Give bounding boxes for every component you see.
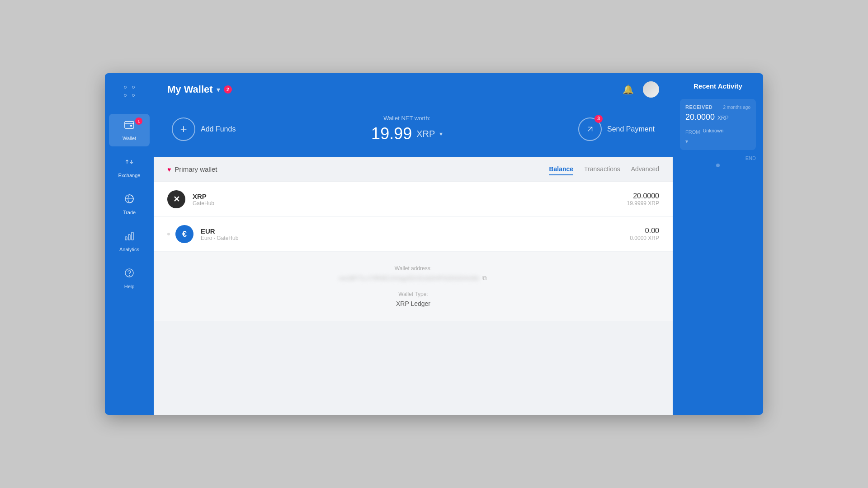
tab-transactions[interactable]: Transactions (584, 164, 620, 175)
activity-time: 2 months ago (723, 105, 750, 110)
svg-rect-4 (128, 235, 130, 240)
eur-dot (167, 233, 170, 235)
currency-list: ✕ XRP GateHub 20.0000 19.9999 XRP € (154, 182, 673, 252)
copy-icon[interactable]: ⧉ (482, 274, 487, 282)
currency-row-eur[interactable]: € EUR Euro · GateHub 0.00 0.0000 XRP (154, 217, 673, 252)
xrp-values: 20.0000 19.9999 XRP (627, 192, 659, 206)
activity-amount: 20.0000 (685, 113, 715, 122)
xrp-name: XRP (193, 192, 627, 200)
sidebar-item-wallet[interactable]: 1 Wallet (109, 114, 150, 146)
header: My Wallet ▾ 2 🔔 (154, 73, 673, 106)
wallet-address-text: rw1BF7LcYfR6E1tHag4DnGnbD4PGDGGHx8d (339, 275, 479, 282)
sidebar-help-label: Help (124, 284, 135, 289)
wallet-address-value: rw1BF7LcYfR6E1tHag4DnGnbD4PGDGGHx8d ⧉ (167, 274, 659, 282)
add-funds-label: Add Funds (201, 125, 236, 133)
exchange-icon (124, 156, 135, 170)
tabs: Balance Transactions Advanced (549, 164, 659, 175)
send-payment-badge: 3 (594, 115, 603, 123)
svg-rect-3 (125, 237, 127, 240)
net-worth-label: Wallet NET worth: (371, 115, 443, 122)
svg-point-7 (129, 276, 130, 276)
svg-rect-0 (125, 122, 134, 128)
title-dropdown-icon[interactable]: ▾ (217, 85, 220, 94)
activity-expand[interactable]: ▾ (685, 138, 750, 145)
eur-sub: Euro · GateHub (201, 235, 630, 241)
net-worth-dropdown-icon[interactable]: ▾ (439, 130, 443, 137)
wallet-address-label: Wallet address: (167, 265, 659, 272)
eur-values: 0.00 0.0000 XRP (630, 227, 659, 241)
activity-item-header: RECEIVED 2 months ago (685, 104, 750, 110)
help-icon (124, 267, 135, 281)
currency-row-xrp[interactable]: ✕ XRP GateHub 20.0000 19.9999 XRP (154, 182, 673, 217)
xrp-sub: GateHub (193, 200, 627, 206)
svg-rect-1 (130, 125, 132, 127)
activity-end-label: END (680, 155, 756, 161)
eur-icon: € (175, 225, 193, 243)
analytics-icon (124, 230, 135, 244)
xrp-icon: ✕ (167, 190, 185, 208)
xrp-info: XRP GateHub (193, 192, 627, 206)
sidebar-item-analytics[interactable]: Analytics (109, 225, 150, 258)
header-right: 🔔 (623, 81, 659, 98)
app-logo (120, 82, 138, 100)
user-avatar[interactable] (643, 81, 659, 98)
xrp-amount: 20.0000 (627, 192, 659, 200)
content-panel: ♥ Primary wallet Balance Transactions Ad… (154, 157, 673, 415)
sidebar-item-help[interactable]: Help (109, 262, 150, 295)
eur-name: EUR (201, 227, 630, 235)
activity-from-value: Unknown (703, 128, 723, 133)
trade-icon (124, 193, 135, 207)
main-area: My Wallet ▾ 2 🔔 + Add Funds Wallet NET w… (154, 73, 673, 415)
send-payment-label: Send Payment (607, 125, 655, 133)
activity-end-dot (716, 164, 720, 167)
sidebar-trade-label: Trade (123, 210, 136, 215)
send-payment-button[interactable]: Send Payment 3 (578, 117, 655, 141)
net-worth-section: Wallet NET worth: 19.99 XRP ▾ (371, 115, 443, 143)
eur-xrp-value: 0.0000 XRP (630, 235, 659, 241)
wallet-info: Wallet address: rw1BF7LcYfR6E1tHag4DnGnb… (154, 252, 673, 321)
page-title: My Wallet (167, 84, 213, 95)
wallet-badge: 1 (135, 117, 142, 125)
sidebar-item-trade[interactable]: Trade (109, 188, 150, 221)
xrp-xrp-value: 19.9999 XRP (627, 200, 659, 206)
tab-advanced[interactable]: Advanced (631, 164, 659, 175)
svg-rect-5 (132, 232, 133, 240)
tab-balance[interactable]: Balance (549, 164, 573, 175)
recent-activity-title: Recent Activity (680, 82, 756, 90)
add-funds-circle-icon: + (172, 117, 195, 141)
header-badge: 2 (224, 85, 232, 94)
wallet-icon (124, 119, 135, 133)
wallet-tabs-bar: ♥ Primary wallet Balance Transactions Ad… (154, 157, 673, 182)
eur-info: EUR Euro · GateHub (201, 227, 630, 241)
expand-icon: ▾ (685, 138, 688, 145)
wallet-type-value: XRP Ledger (167, 300, 659, 307)
wallet-name: ♥ Primary wallet (167, 165, 217, 173)
net-worth-value: 19.99 XRP ▾ (371, 124, 443, 143)
net-worth-currency: XRP (416, 129, 435, 139)
sidebar-analytics-label: Analytics (119, 247, 139, 252)
activity-item-0[interactable]: RECEIVED 2 months ago 20.0000 XRP FROM U… (680, 99, 756, 150)
header-title-area: My Wallet ▾ 2 (167, 84, 232, 95)
activity-from-label: FROM (685, 129, 700, 135)
heart-icon: ♥ (167, 166, 171, 173)
activity-type: RECEIVED (685, 104, 712, 110)
sidebar-wallet-label: Wallet (123, 136, 136, 141)
sidebar: 1 Wallet Exchange (105, 73, 154, 415)
right-panel: Recent Activity RECEIVED 2 months ago 20… (673, 73, 763, 415)
notification-bell-icon[interactable]: 🔔 (623, 84, 634, 95)
net-worth-amount: 19.99 (371, 124, 412, 143)
add-funds-button[interactable]: + Add Funds (172, 117, 236, 141)
sidebar-exchange-label: Exchange (118, 173, 141, 178)
activity-currency: XRP (717, 115, 729, 121)
sidebar-item-exchange[interactable]: Exchange (109, 151, 150, 183)
wallet-type-label: Wallet Type: (167, 291, 659, 297)
hero-section: + Add Funds Wallet NET worth: 19.99 XRP … (154, 106, 673, 157)
eur-amount: 0.00 (630, 227, 659, 235)
wallet-name-label: Primary wallet (175, 165, 217, 173)
